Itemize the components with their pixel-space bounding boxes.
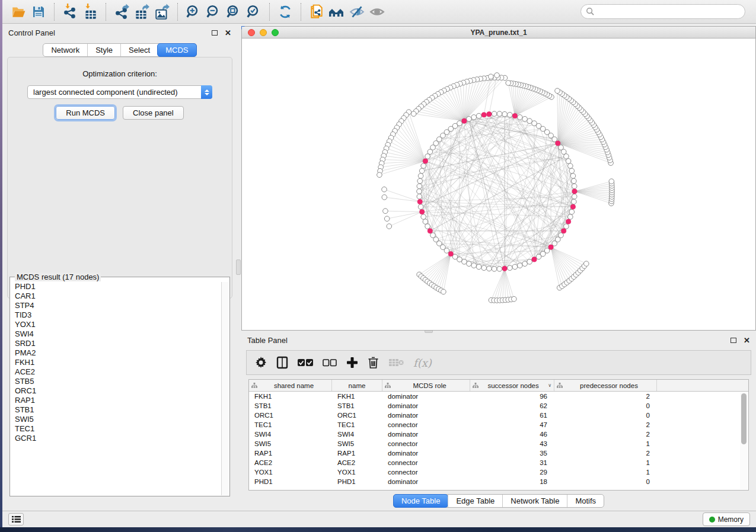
zoom-out-icon[interactable]	[203, 2, 224, 21]
mcds-node-item[interactable]: TEC1	[11, 424, 221, 434]
mcds-list-scrollbar[interactable]	[221, 282, 229, 495]
mcds-node-item[interactable]: SWI5	[11, 415, 221, 424]
table-row[interactable]: PHD1PHD1dominator180	[249, 477, 748, 486]
table-row[interactable]: YOX1YOX1connector291	[249, 467, 748, 477]
mcds-node-item[interactable]: STB1	[11, 405, 221, 415]
select-all-icon[interactable]	[298, 354, 313, 371]
tab-node-table[interactable]: Node Table	[393, 494, 449, 508]
network-from-file-icon[interactable]	[307, 2, 327, 21]
column-header-shared-name[interactable]: shared name	[249, 380, 332, 391]
close-window-icon[interactable]	[248, 29, 255, 36]
mcds-node-item[interactable]: ORC1	[11, 386, 221, 396]
tab-mcds[interactable]: MCDS	[157, 43, 196, 57]
mcds-node-item[interactable]: YOX1	[11, 320, 221, 329]
table-cell: 0	[554, 477, 657, 486]
node-table[interactable]: shared namenameMCDS rolesuccessor nodes∨…	[248, 379, 749, 491]
column-header-successor-nodes[interactable]: successor nodes∨	[470, 380, 554, 391]
gear-icon[interactable]	[255, 354, 267, 371]
tab-network-table[interactable]: Network Table	[502, 495, 567, 507]
table-cell: 43	[470, 439, 554, 448]
table-cell: 96	[470, 392, 554, 401]
task-history-button[interactable]	[8, 513, 24, 525]
run-mcds-button[interactable]: Run MCDS	[56, 106, 115, 120]
mcds-node-item[interactable]: TID3	[11, 310, 221, 320]
desktop: Control Panel ✕ NetworkStyleSelectMCDS O…	[0, 0, 756, 532]
mcds-node-item[interactable]: SRD1	[11, 339, 221, 348]
float-table-panel-icon[interactable]	[731, 338, 736, 343]
zoom-selected-icon[interactable]	[244, 2, 264, 21]
show-all-icon[interactable]	[367, 2, 387, 21]
column-header-MCDS-role[interactable]: MCDS role	[382, 380, 470, 391]
table-cell: connector	[382, 467, 470, 477]
mcds-node-item[interactable]: SWI4	[11, 329, 221, 339]
table-row[interactable]: RAP1RAP1dominator352	[249, 448, 748, 458]
mcds-node-item[interactable]: RAP1	[11, 396, 221, 405]
column-header-name[interactable]: name	[332, 380, 382, 391]
memory-button[interactable]: Memory	[703, 512, 750, 526]
search-input[interactable]	[595, 8, 740, 16]
mcds-node-item[interactable]: STB5	[11, 377, 221, 386]
search-box[interactable]	[580, 4, 745, 19]
table-cell: ACE2	[249, 458, 332, 467]
mcds-node-item[interactable]: GCR1	[11, 434, 221, 443]
import-table-icon[interactable]	[80, 2, 100, 21]
mcds-node-item[interactable]: STP4	[11, 301, 221, 310]
mcds-node-item[interactable]: CAR1	[11, 291, 221, 301]
minimize-window-icon[interactable]	[260, 29, 267, 36]
export-image-icon[interactable]	[152, 2, 172, 21]
toolbar-separator	[177, 3, 178, 21]
network-canvas[interactable]	[242, 39, 755, 330]
criterion-dropdown[interactable]: largest connected component (undirected)	[27, 85, 212, 99]
table-scrollbar-thumb[interactable]	[741, 393, 747, 444]
memory-label: Memory	[718, 515, 744, 524]
first-neighbors-icon[interactable]	[327, 2, 347, 21]
open-folder-icon[interactable]	[8, 2, 28, 21]
table-cell: dominator	[382, 392, 470, 401]
table-scrollbar[interactable]	[740, 392, 748, 489]
table-cell: 29	[470, 467, 554, 477]
table-row[interactable]: ACE2ACE2connector311	[249, 458, 748, 467]
vertical-splitter-grip[interactable]	[236, 259, 241, 275]
table-cell: ORC1	[332, 411, 382, 420]
table-cell: dominator	[382, 430, 470, 439]
column-header-predecessor-nodes[interactable]: predecessor nodes	[554, 380, 657, 391]
columns-icon[interactable]	[276, 354, 288, 371]
mcds-node-item[interactable]: PHD1	[11, 282, 221, 291]
table-tabs: Node TableEdge TableNetwork TableMotifs	[393, 494, 604, 508]
tab-network[interactable]: Network	[43, 44, 87, 56]
mcds-result-list[interactable]: PHD1CAR1STP4TID3YOX1SWI4SRD1PMA2FKH1ACE2…	[11, 282, 221, 495]
close-panel-button[interactable]: Close panel	[123, 106, 184, 120]
control-panel: Control Panel ✕ NetworkStyleSelectMCDS O…	[2, 26, 237, 504]
tab-select[interactable]: Select	[120, 44, 158, 56]
close-table-panel-icon[interactable]: ✕	[744, 336, 750, 344]
tab-style[interactable]: Style	[87, 44, 120, 56]
zoom-in-icon[interactable]	[183, 2, 203, 21]
add-icon[interactable]	[346, 354, 358, 371]
export-network-icon[interactable]	[111, 2, 132, 21]
close-panel-icon[interactable]: ✕	[225, 29, 231, 37]
table-row[interactable]: ORC1ORC1dominator610	[249, 411, 748, 420]
table-row[interactable]: FKH1FKH1dominator962	[249, 392, 748, 401]
table-row[interactable]: TEC1TEC1connector472	[249, 420, 748, 430]
table-row[interactable]: SWI4SWI4dominator462	[249, 430, 748, 439]
save-icon[interactable]	[28, 2, 49, 21]
table-row[interactable]: STB1STB1dominator620	[249, 401, 748, 411]
delete-icon[interactable]	[368, 354, 379, 371]
table-row[interactable]: SWI5SWI5connector431	[249, 439, 748, 448]
maximize-window-icon[interactable]	[272, 29, 279, 36]
mcds-node-item[interactable]: FKH1	[11, 358, 221, 367]
table-cell: connector	[382, 458, 470, 467]
mcds-node-item[interactable]: PMA2	[11, 348, 221, 358]
export-table-icon[interactable]	[132, 2, 152, 21]
tab-edge-table[interactable]: Edge Table	[448, 495, 502, 507]
deselect-all-icon[interactable]	[323, 354, 337, 371]
zoom-fit-icon[interactable]	[224, 2, 244, 21]
tab-motifs[interactable]: Motifs	[567, 495, 604, 507]
import-network-icon[interactable]	[60, 2, 80, 21]
network-window-titlebar[interactable]: YPA_prune.txt_1	[242, 27, 755, 39]
mcds-node-item[interactable]: ACE2	[11, 367, 221, 377]
refresh-icon[interactable]	[275, 2, 295, 21]
float-panel-icon[interactable]	[212, 30, 218, 36]
hide-selected-icon[interactable]	[347, 2, 367, 21]
toolbar-separator	[301, 3, 301, 21]
